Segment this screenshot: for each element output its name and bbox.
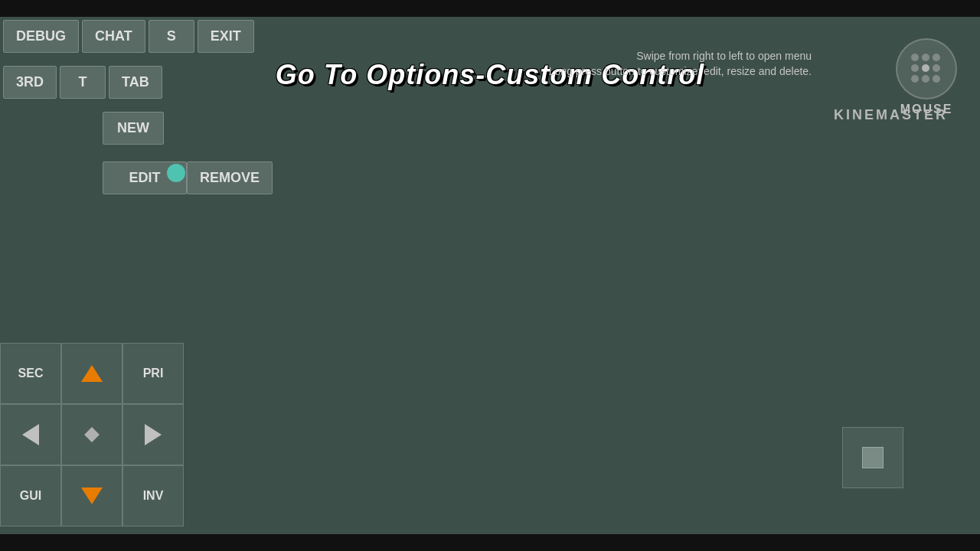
mouse-dot-3 (933, 54, 940, 61)
gui-button[interactable]: GUI (0, 465, 61, 527)
mouse-dot-2 (922, 54, 929, 61)
arrow-down-icon (81, 487, 103, 504)
remove-button[interactable]: REMOVE (187, 161, 273, 194)
control-pad: SEC PRI GUI INV (0, 343, 184, 527)
inv-button[interactable]: INV (122, 465, 184, 527)
up-button[interactable] (61, 343, 122, 404)
top-buttons-row: DEBUG CHAT S EXIT (0, 17, 257, 56)
small-square-icon (862, 447, 884, 468)
edit-remove-row: EDIT REMOVE (100, 158, 276, 197)
mouse-dot-4 (911, 64, 919, 72)
diamond-icon (84, 427, 100, 442)
down-button[interactable] (61, 465, 122, 527)
diamond-button[interactable] (61, 404, 122, 465)
arrow-right-icon (145, 424, 162, 445)
black-bar-bottom (0, 534, 980, 551)
left-button[interactable] (0, 404, 61, 465)
arrow-left-icon (22, 424, 39, 445)
second-row-buttons: 3RD T TAB (0, 63, 165, 102)
mouse-dot-1 (911, 54, 919, 61)
mouse-dots (911, 54, 942, 84)
s-button[interactable]: S (149, 20, 194, 53)
bottom-right-box[interactable] (842, 427, 903, 488)
tab-button[interactable]: TAB (109, 66, 162, 99)
black-bar-top (0, 0, 980, 17)
t-button[interactable]: T (60, 66, 106, 99)
swipe-hint: Swipe from right to left to open menu Lo… (549, 49, 812, 79)
mouse-icon-container: MOUSE (896, 38, 957, 116)
right-button[interactable] (122, 404, 184, 465)
mouse-icon (896, 38, 957, 99)
main-area: DEBUG CHAT S EXIT 3RD T TAB NEW EDIT REM… (0, 17, 980, 534)
debug-button[interactable]: DEBUG (3, 20, 79, 53)
kinemaster-label: KINEMASTER (834, 107, 948, 123)
mouse-dot-8 (922, 75, 929, 83)
mouse-dot-7 (911, 75, 919, 83)
chat-button[interactable]: CHAT (82, 20, 145, 53)
3rd-button[interactable]: 3RD (3, 66, 57, 99)
new-button-row: NEW (100, 109, 167, 148)
teal-dot-indicator (167, 164, 185, 182)
mouse-dot-center (922, 64, 929, 72)
sec-button[interactable]: SEC (0, 343, 61, 404)
pri-button[interactable]: PRI (122, 343, 184, 404)
arrow-up-icon (81, 365, 103, 382)
new-button[interactable]: NEW (103, 112, 164, 145)
exit-button[interactable]: EXIT (198, 20, 254, 53)
mouse-dot-9 (933, 75, 940, 83)
mouse-dot-6 (933, 64, 940, 72)
